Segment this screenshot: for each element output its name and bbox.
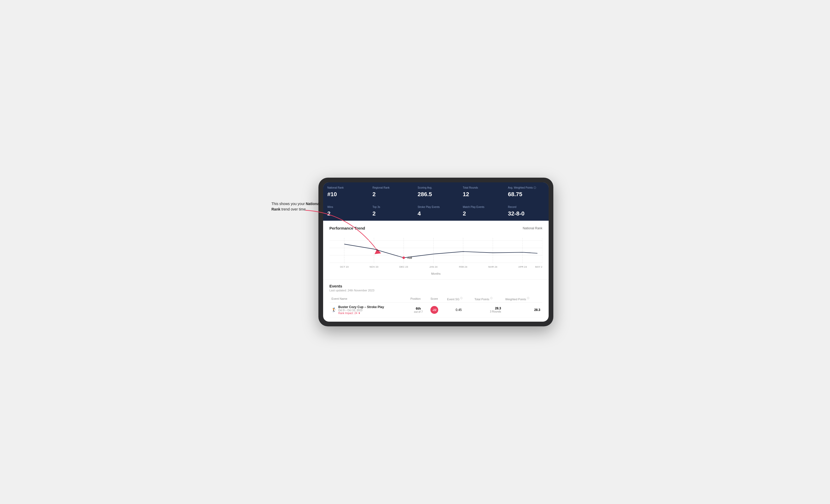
golf-bag-icon: 🏌️: [331, 307, 337, 312]
svg-text:NOV 23: NOV 23: [370, 265, 379, 268]
event-score: -22: [428, 302, 445, 317]
svg-text:DEC 23: DEC 23: [400, 265, 408, 268]
event-position: 6th out of 7: [408, 302, 428, 317]
chart-svg: #10 OCT 23 NOV 23 DEC 23 JAN 24 FEB 24 M…: [329, 235, 542, 271]
stat-regional-rank: Regional Rank 2: [368, 182, 413, 201]
events-table-head: Event Name Position Score Event SG ⓘ Tot…: [329, 295, 542, 302]
stat-scoring-avg: Scoring Avg. 286.5: [413, 182, 458, 201]
events-table-body: 🏌️ Buster Cozy Cup – Stroke Play Oct 9 –…: [329, 302, 542, 317]
event-date: Oct 9 – Oct 10, 2023: [338, 309, 384, 312]
events-title: Events: [329, 284, 542, 288]
svg-text:MAY 24: MAY 24: [535, 265, 542, 268]
events-table: Event Name Position Score Event SG ⓘ Tot…: [329, 295, 542, 317]
info-icon-total: ⓘ: [490, 297, 492, 300]
stats-grid: National Rank #10 Regional Rank 2 Scorin…: [323, 182, 549, 221]
score-badge: -22: [430, 306, 438, 314]
event-name: Buster Cozy Cup – Stroke Play: [338, 305, 384, 309]
chart-x-label: Months: [329, 272, 542, 275]
info-icon-weighted: ⓘ: [527, 297, 529, 300]
stat-stroke-play-events: Stroke Play Events 4: [413, 202, 458, 221]
event-weighted-points: 28.3: [503, 302, 542, 317]
col-event-sg: Event SG ⓘ: [445, 295, 472, 302]
col-position: Position: [408, 295, 428, 302]
col-event-name: Event Name: [329, 295, 408, 302]
stat-national-rank: National Rank #10: [323, 182, 368, 201]
svg-text:JAN 24: JAN 24: [429, 265, 438, 268]
stat-avg-weighted-points: Avg. Weighted Points ⓘ 68.75: [504, 182, 549, 201]
svg-text:OCT 23: OCT 23: [340, 265, 348, 268]
annotation-text: This shows you your National Rank trend …: [272, 201, 324, 212]
col-total-points: Total Points ⓘ: [472, 295, 503, 302]
tablet-screen: National Rank #10 Regional Rank 2 Scorin…: [323, 182, 549, 322]
chart-section: Performance Trend National Rank: [323, 221, 549, 279]
tablet-frame: National Rank #10 Regional Rank 2 Scorin…: [318, 178, 553, 326]
chart-container: #10 OCT 23 NOV 23 DEC 23 JAN 24 FEB 24 M…: [329, 235, 542, 271]
svg-point-13: [403, 257, 405, 259]
events-table-header-row: Event Name Position Score Event SG ⓘ Tot…: [329, 295, 542, 302]
stat-wins: Wins 2: [323, 202, 368, 221]
event-total-points: 28.3 3 Rounds: [472, 302, 503, 317]
events-section: Events Last updated: 24th November 2023 …: [323, 279, 549, 322]
event-name-cell: 🏌️ Buster Cozy Cup – Stroke Play Oct 9 –…: [329, 302, 408, 317]
svg-text:MAR 24: MAR 24: [488, 265, 497, 268]
stat-record: Record 32-8-0: [504, 202, 549, 221]
stat-total-rounds: Total Rounds 12: [458, 182, 504, 201]
svg-text:#10: #10: [408, 257, 412, 259]
chart-legend: National Rank: [523, 227, 542, 230]
event-sg-value: 0.45: [445, 302, 472, 317]
chart-header: Performance Trend National Rank: [329, 226, 542, 230]
svg-text:FEB 24: FEB 24: [459, 265, 468, 268]
col-weighted-points: Weighted Points ⓘ: [503, 295, 542, 302]
events-last-updated: Last updated: 24th November 2023: [329, 289, 542, 292]
rank-direction-icon: ▼: [358, 312, 361, 314]
table-row: 🏌️ Buster Cozy Cup – Stroke Play Oct 9 –…: [329, 302, 542, 317]
svg-text:APR 24: APR 24: [518, 265, 527, 268]
stat-match-play-events: Match Play Events 2: [458, 202, 504, 221]
chart-title: Performance Trend: [329, 226, 365, 230]
event-rank-impact: Rank Impact: 24 ▼: [338, 312, 384, 314]
stat-top3s: Top 3s 2: [368, 202, 413, 221]
outer-wrapper: This shows you your National Rank trend …: [272, 167, 558, 337]
col-score: Score: [428, 295, 445, 302]
info-icon-sg: ⓘ: [460, 297, 462, 300]
